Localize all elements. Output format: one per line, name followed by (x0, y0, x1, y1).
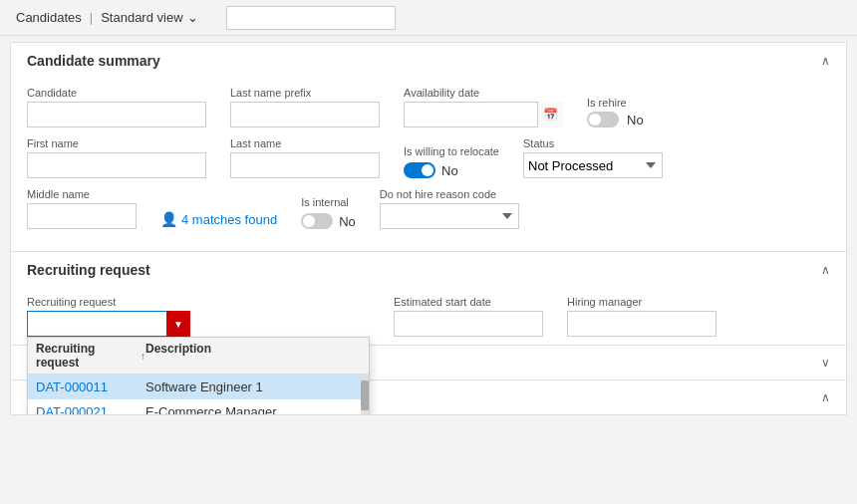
is-internal-toggle-thumb (303, 215, 315, 227)
dropdown-item-req-0: DAT-000011 (36, 379, 145, 394)
is-internal-group: Is internal No (301, 196, 356, 229)
hiring-manager-group: Hiring manager (567, 296, 716, 337)
matches-group: 👤 4 matches found (160, 211, 277, 229)
do-not-hire-label: Do not hire reason code (380, 188, 519, 200)
top-bar-title: Candidates (16, 10, 82, 25)
is-rehire-toggle[interactable] (587, 112, 619, 127)
hiring-manager-label: Hiring manager (567, 296, 716, 308)
relocate-toggle-label: No (441, 163, 458, 178)
recruiting-form-row: Recruiting request ▼ Recru (27, 296, 830, 337)
top-search-input[interactable] (226, 6, 396, 30)
candidate-summary-section: Candidate summary ∧ Candidate Last name … (11, 43, 846, 252)
recruiting-request-title: Recruiting request (27, 262, 150, 278)
availability-date-label: Availability date (404, 87, 563, 99)
top-bar-separator: | (90, 10, 93, 25)
hiring-manager-input[interactable] (567, 311, 716, 337)
is-internal-toggle-label: No (339, 214, 356, 229)
estimated-start-date-group: Estimated start date (394, 296, 543, 337)
candidate-summary-body: Candidate Last name prefix Availability … (11, 79, 846, 251)
recruiting-request-field-group: Recruiting request ▼ Recru (27, 296, 190, 337)
recruiting-request-label: Recruiting request (27, 296, 190, 308)
date-input-wrapper: 11/20/2020 12:00:00 AM 📅 (404, 102, 563, 127)
recruiting-request-section: Recruiting request ∧ Recruiting request … (11, 252, 846, 346)
last-name-prefix-label: Last name prefix (230, 87, 380, 99)
top-bar: Candidates | Standard view ⌄ (0, 0, 857, 36)
matches-person-icon: 👤 (160, 211, 177, 227)
do-not-hire-group: Do not hire reason code (380, 188, 519, 229)
candidate-group: Candidate (27, 87, 206, 127)
last-name-group: Last name Kennedy (230, 137, 380, 178)
recruiting-request-chevron: ∧ (821, 263, 830, 277)
relocate-toggle-row: No (404, 162, 499, 178)
dropdown-scrollbar-thumb (361, 380, 369, 410)
relocate-toggle-thumb (422, 164, 433, 176)
dropdown-header-req-label: Recruiting request (36, 342, 137, 370)
candidate-summary-header[interactable]: Candidate summary ∧ (11, 43, 846, 79)
middle-name-input[interactable] (27, 203, 137, 229)
dropdown-wrapper: ▼ Recruiting request ↑ Des (27, 311, 190, 337)
dropdown-arrow-icon: ▼ (173, 319, 183, 330)
first-name-label: First name (27, 137, 206, 149)
recruiting-request-body: Recruiting request ▼ Recru (11, 288, 846, 337)
estimated-start-date-input[interactable] (394, 311, 543, 337)
dropdown-list-header: Recruiting request ↑ Description (28, 338, 369, 375)
last-name-prefix-group: Last name prefix (230, 87, 380, 127)
is-rehire-toggle-label: No (627, 113, 644, 127)
relocate-group: Is willing to relocate No (404, 145, 499, 178)
dropdown-item-1[interactable]: DAT-000021 E-Commerce Manager (28, 399, 369, 415)
form-row-1: Candidate Last name prefix Availability … (27, 87, 830, 127)
is-rehire-toggle-row: No (587, 112, 644, 127)
recruiting-request-input[interactable] (27, 311, 166, 337)
form-row-3: Middle name 👤 4 matches found Is interna… (27, 188, 830, 229)
candidate-label: Candidate (27, 87, 206, 99)
estimated-start-date-label: Estimated start date (394, 296, 543, 308)
is-internal-toggle[interactable] (301, 213, 333, 229)
relocate-toggle[interactable] (404, 162, 435, 178)
dropdown-items-container: DAT-000011 Software Engineer 1 DAT-00002… (28, 375, 369, 415)
do-not-hire-select[interactable] (380, 203, 519, 229)
relocate-label: Is willing to relocate (404, 145, 499, 157)
last-name-input[interactable]: Kennedy (230, 152, 380, 178)
dropdown-item-0[interactable]: DAT-000011 Software Engineer 1 (28, 375, 369, 399)
main-content: Candidate summary ∧ Candidate Last name … (10, 42, 847, 415)
middle-name-label: Middle name (27, 188, 137, 200)
is-rehire-label: Is rehire (587, 97, 644, 109)
matches-text: 4 matches found (181, 212, 277, 227)
last-name-prefix-input[interactable] (230, 102, 380, 127)
status-select[interactable]: Not Processed (523, 152, 663, 178)
first-name-input[interactable]: Claire (27, 152, 206, 178)
standard-view-label: Standard view (101, 10, 182, 25)
dropdown-header-req[interactable]: Recruiting request ↑ (36, 342, 145, 370)
status-label: Status (523, 137, 663, 149)
candidate-summary-title: Candidate summary (27, 53, 160, 69)
is-rehire-group: Is rehire No (587, 97, 644, 127)
first-name-group: First name Claire (27, 137, 206, 178)
dropdown-header-desc: Description (145, 342, 353, 370)
dropdown-input-row: ▼ (27, 311, 190, 337)
recruiting-request-header[interactable]: Recruiting request ∧ (11, 252, 846, 288)
is-internal-label: Is internal (301, 196, 356, 208)
section-3-chevron: ∨ (821, 356, 830, 370)
dropdown-list: Recruiting request ↑ Description (27, 337, 370, 415)
dropdown-header-desc-label: Description (145, 342, 211, 356)
dropdown-item-desc-1: E-Commerce Manager (145, 404, 361, 415)
dropdown-item-req-1: DAT-000021 (36, 404, 145, 415)
candidate-summary-chevron: ∧ (821, 54, 830, 68)
is-rehire-toggle-thumb (589, 114, 601, 126)
middle-name-group: Middle name (27, 188, 137, 229)
availability-date-group: Availability date 11/20/2020 12:00:00 AM… (404, 87, 563, 127)
standard-view-selector[interactable]: Standard view ⌄ (101, 10, 197, 25)
status-group: Status Not Processed (523, 137, 663, 178)
calendar-icon[interactable]: 📅 (537, 102, 563, 127)
last-name-label: Last name (230, 137, 380, 149)
candidate-input[interactable] (27, 102, 206, 127)
chevron-down-icon: ⌄ (187, 10, 198, 25)
dropdown-item-desc-0: Software Engineer 1 (145, 379, 361, 394)
dropdown-button[interactable]: ▼ (166, 311, 190, 337)
dropdown-scrollbar[interactable] (361, 375, 369, 415)
matches-link[interactable]: 👤 4 matches found (160, 211, 277, 227)
section-4-chevron: ∧ (821, 390, 830, 404)
form-row-2: First name Claire Last name Kennedy Is w… (27, 137, 830, 178)
is-internal-toggle-row: No (301, 213, 356, 229)
